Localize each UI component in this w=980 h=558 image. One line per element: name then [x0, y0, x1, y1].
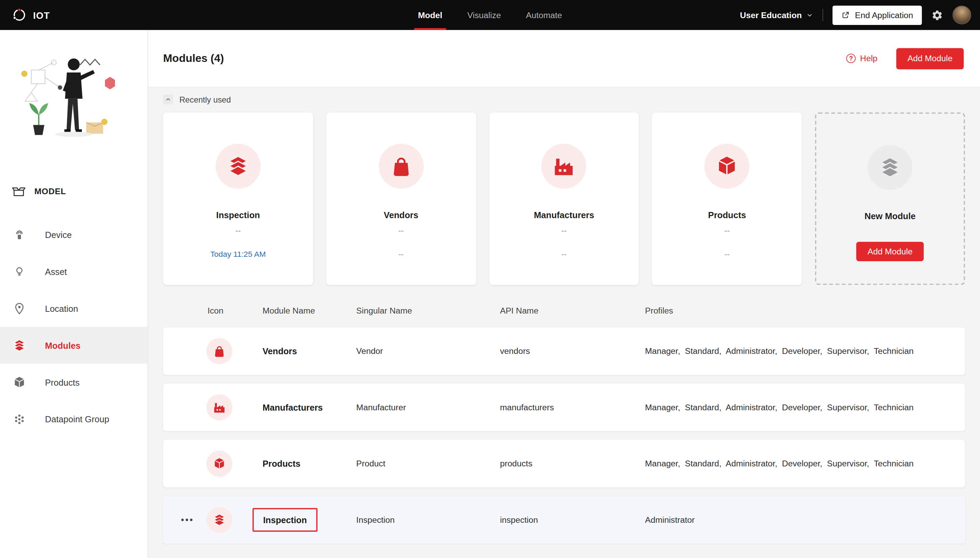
card-title: Vendors — [326, 210, 476, 220]
app-window: IOT Model Visualize Automate User Educat… — [0, 0, 980, 558]
sidebar-item-datapoint-group[interactable]: Datapoint Group — [0, 400, 148, 437]
chevron-up-icon — [163, 94, 173, 104]
recent-card-vendors[interactable]: Vendors -- -- — [326, 113, 476, 285]
singular-name: Product — [356, 459, 385, 468]
open-box-icon — [11, 184, 26, 199]
card-title: Inspection — [163, 210, 313, 220]
card-subtext: -- — [489, 250, 639, 259]
module-name: Vendors — [263, 346, 297, 356]
device-icon — [13, 228, 26, 241]
cube-icon — [705, 144, 750, 189]
help-label: Help — [860, 54, 878, 63]
topbar-right: User Education End Application — [740, 5, 980, 25]
page-header-actions: Help Add Module — [846, 48, 964, 69]
sidebar-item-device-label: Device — [45, 230, 72, 240]
modules-table-header: Icon Module Name Singular Name API Name … — [163, 306, 965, 318]
column-header-singular-name: Singular Name — [356, 306, 412, 315]
recently-used-toggle[interactable]: Recently used — [163, 94, 965, 105]
page-content: Recently used Inspection -- Today 11:25 … — [148, 87, 980, 558]
tab-model[interactable]: Model — [418, 0, 442, 30]
tab-model-label: Model — [418, 10, 442, 20]
recently-used-label: Recently used — [179, 95, 231, 104]
datapoints-icon — [13, 412, 26, 426]
sidebar-item-asset[interactable]: Asset — [0, 253, 148, 290]
gear-icon[interactable] — [931, 9, 944, 21]
recent-card-manufacturers[interactable]: Manufacturers -- -- — [489, 113, 639, 285]
sidebar-item-modules[interactable]: Modules — [0, 327, 148, 364]
api-name: manufacturers — [500, 403, 554, 412]
api-name: products — [500, 459, 533, 468]
sidebar-illustration — [0, 31, 148, 150]
module-name: Manufacturers — [263, 402, 323, 412]
sidebar-item-location[interactable]: Location — [0, 290, 148, 327]
profiles-list: Manager, Standard, Administrator, Develo… — [645, 346, 914, 356]
layers-icon — [867, 145, 913, 190]
table-row-products[interactable]: Products Product products Manager, Stand… — [163, 440, 965, 487]
end-application-label: End Application — [855, 10, 913, 20]
profiles-list: Administrator — [645, 515, 695, 525]
tab-automate-label: Automate — [526, 10, 562, 20]
highlight-box: Inspection — [253, 508, 317, 532]
column-header-module-name: Module Name — [263, 306, 315, 315]
factory-icon — [206, 394, 233, 420]
topbar-divider — [822, 9, 823, 21]
sidebar-item-device[interactable]: Device — [0, 216, 148, 253]
card-subtext: -- — [652, 250, 802, 259]
tab-visualize[interactable]: Visualize — [467, 0, 501, 30]
cube-icon — [13, 375, 26, 389]
org-dropdown[interactable]: User Education — [740, 10, 813, 20]
sidebar-item-products[interactable]: Products — [0, 364, 148, 401]
recent-module-cards: Inspection -- Today 11:25 AM Vendors -- … — [163, 113, 965, 285]
add-module-button[interactable]: Add Module — [896, 48, 964, 69]
logo-text: IOT — [33, 10, 50, 20]
user-avatar[interactable] — [953, 5, 972, 24]
card-title: Products — [652, 210, 802, 220]
add-module-card-button[interactable]: Add Module — [856, 242, 924, 261]
card-subtext: -- — [652, 226, 802, 235]
new-module-card[interactable]: New Module Add Module — [815, 113, 965, 285]
card-title: New Module — [816, 211, 964, 221]
card-timestamp: Today 11:25 AM — [163, 250, 313, 259]
external-link-icon — [841, 11, 850, 20]
sidebar: MODEL Device — [0, 30, 148, 558]
factory-icon — [542, 144, 587, 189]
page-header: Modules (4) Help Add Module — [148, 30, 980, 87]
layers-icon — [215, 144, 261, 189]
row-actions-menu-icon[interactable] — [180, 517, 194, 522]
table-row-manufacturers[interactable]: Manufacturers Manufacturer manufacturers… — [163, 384, 965, 431]
card-subtext: -- — [326, 226, 476, 235]
cube-icon — [206, 451, 233, 477]
sidebar-section-model: MODEL — [0, 184, 148, 199]
recent-card-inspection[interactable]: Inspection -- Today 11:25 AM — [163, 113, 313, 285]
tab-automate[interactable]: Automate — [526, 0, 562, 30]
top-navigation: Model Visualize Automate — [418, 0, 562, 30]
column-header-icon: Icon — [207, 306, 224, 315]
main-area: Modules (4) Help Add Module Recently use… — [148, 30, 980, 558]
api-name: inspection — [500, 515, 538, 525]
module-name-highlighted: Inspection — [253, 508, 317, 532]
sidebar-nav: Device Asset Location — [0, 216, 148, 437]
tab-visualize-label: Visualize — [467, 10, 501, 20]
shopping-bag-icon — [206, 338, 233, 364]
sidebar-item-location-label: Location — [45, 303, 78, 313]
help-link[interactable]: Help — [846, 54, 877, 63]
profiles-list: Manager, Standard, Administrator, Develo… — [645, 403, 914, 412]
chevron-down-icon — [806, 11, 813, 18]
card-subtext: -- — [163, 226, 313, 235]
end-application-button[interactable]: End Application — [832, 5, 922, 25]
column-header-profiles: Profiles — [645, 306, 673, 315]
column-header-api-name: API Name — [500, 306, 538, 315]
recent-card-products[interactable]: Products -- -- — [652, 113, 802, 285]
card-subtext: -- — [489, 226, 639, 235]
singular-name: Vendor — [356, 346, 383, 356]
asset-icon — [13, 265, 26, 278]
iot-logo-icon — [11, 7, 27, 23]
profiles-list: Manager, Standard, Administrator, Develo… — [645, 459, 914, 468]
location-pin-icon — [13, 302, 26, 315]
sidebar-item-products-label: Products — [45, 377, 80, 387]
shopping-bag-icon — [378, 144, 424, 189]
app-logo[interactable]: IOT — [0, 7, 50, 23]
table-row-vendors[interactable]: Vendors Vendor vendors Manager, Standard… — [163, 328, 965, 375]
page-title: Modules (4) — [163, 52, 224, 65]
table-row-inspection[interactable]: Inspection Inspection inspection Adminis… — [163, 496, 965, 544]
